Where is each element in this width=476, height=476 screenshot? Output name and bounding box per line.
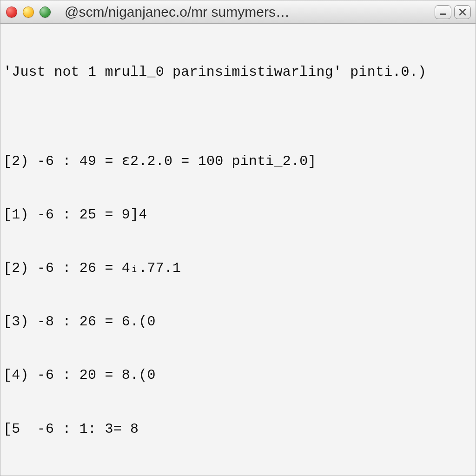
minimize-button[interactable]: [23, 7, 34, 18]
minimize-icon: [439, 8, 447, 16]
close-button[interactable]: [6, 7, 17, 18]
terminal-line: [3) -8 : 26 = 6.(0: [3, 313, 473, 331]
traffic-lights: [6, 7, 51, 18]
close-icon: [458, 8, 467, 16]
zoom-button[interactable]: [40, 7, 51, 18]
terminal-line: [4) -6 : 20 = 8.(0: [3, 366, 473, 384]
terminal-line: 'Just not 1 mrull_0 parinsimistiwarling'…: [3, 63, 473, 81]
terminal-line: [2) -6 : 26 = 4ᵢ.77.1: [3, 259, 473, 277]
svg-rect-0: [440, 13, 446, 15]
terminal-content[interactable]: 'Just not 1 mrull_0 parinsimistiwarling'…: [0, 24, 476, 476]
terminal-line: [1) -6 : 25 = 9]4: [3, 206, 473, 224]
terminal-line: [2) -6 : 49 = ɛ2.2.0 = 100 pinti_2.0]: [3, 152, 473, 170]
terminal-line: [5 -6 : 1: 3= 8: [3, 420, 473, 438]
window-titlebar[interactable]: @scm/niganjanec.o/mr sumymers…: [0, 0, 476, 24]
minimize-tray-button[interactable]: [435, 5, 451, 19]
close-x-button[interactable]: [454, 5, 471, 19]
window-controls-right: [435, 5, 471, 19]
terminal-line: [3 -6 : 4392: [3, 474, 473, 476]
application-window: @scm/niganjanec.o/mr sumymers… 'Just not…: [0, 0, 476, 476]
window-title: @scm/niganjanec.o/mr sumymers…: [65, 4, 290, 20]
